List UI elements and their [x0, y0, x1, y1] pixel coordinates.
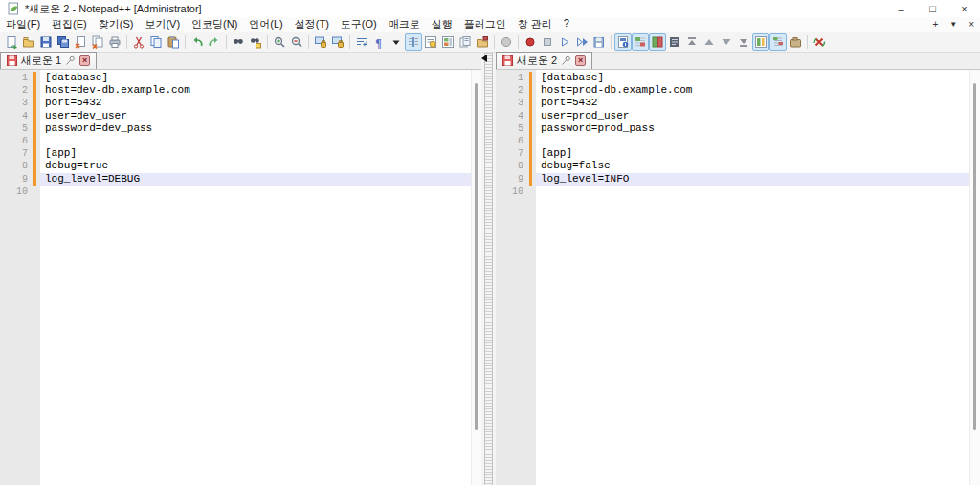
left-scrollbar-thumb[interactable]: [475, 83, 478, 430]
prev-diff-button[interactable]: [701, 33, 718, 51]
tab-list-button[interactable]: ▼: [949, 20, 957, 30]
menu-run[interactable]: 실행: [426, 17, 458, 32]
document-list-button[interactable]: [457, 33, 474, 51]
menu-search[interactable]: 찾기(S): [93, 17, 140, 32]
indent-guide-button[interactable]: [405, 33, 422, 51]
cut-button[interactable]: [130, 33, 147, 51]
tab-new-2[interactable]: 새로운 2 ×: [496, 52, 592, 69]
code-line[interactable]: debug=false: [536, 160, 969, 172]
sync-horizontal-scroll-button[interactable]: [329, 33, 346, 51]
right-scrollbar-thumb[interactable]: [973, 83, 976, 430]
code-line[interactable]: [536, 186, 969, 198]
close-button[interactable]: [72, 33, 89, 51]
tab-new-1[interactable]: 새로운 1 ×: [0, 52, 97, 69]
show-all-characters-button[interactable]: ¶: [370, 33, 388, 51]
code-line[interactable]: [40, 186, 471, 198]
pane-splitter[interactable]: [481, 53, 496, 485]
macro-run-multiple-button[interactable]: [573, 33, 590, 51]
close-document-button[interactable]: ×: [969, 20, 974, 30]
print-button[interactable]: [106, 33, 123, 51]
diff-details-button[interactable]: [666, 33, 683, 51]
code-line[interactable]: debug=true: [40, 160, 471, 172]
compare-settings-button[interactable]: [787, 33, 804, 51]
splitter-collapse-arrow-icon[interactable]: [481, 55, 487, 62]
show-symbol-dropdown-button[interactable]: [388, 33, 405, 51]
tab-close-button[interactable]: ×: [79, 55, 90, 66]
left-code-area[interactable]: [database]host=dev-db.example.comport=54…: [40, 70, 471, 485]
redo-button[interactable]: [206, 33, 223, 51]
macro-play-button[interactable]: [556, 33, 573, 51]
code-line[interactable]: [database]: [40, 72, 471, 84]
document-map-button[interactable]: [439, 33, 457, 51]
monitoring-button[interactable]: [498, 33, 515, 51]
splitter-grip[interactable]: [484, 53, 493, 485]
compare-selections-button[interactable]: [649, 33, 666, 51]
folder-as-workspace-button[interactable]: [474, 33, 491, 51]
menu-file[interactable]: 파일(F): [0, 17, 46, 32]
code-line[interactable]: [40, 135, 471, 147]
close-all-button[interactable]: [89, 33, 106, 51]
minimize-button[interactable]: –: [885, 0, 917, 17]
menu-tools[interactable]: 도구(O): [335, 17, 383, 32]
function-list-button[interactable]: [422, 33, 439, 51]
code-line[interactable]: [536, 135, 969, 147]
menu-macro[interactable]: 매크로: [383, 17, 426, 32]
maximize-button[interactable]: □: [917, 0, 948, 17]
code-line[interactable]: [app]: [536, 147, 969, 160]
copy-button[interactable]: [147, 33, 165, 51]
code-line[interactable]: port=5432: [536, 97, 969, 109]
paste-button[interactable]: [165, 33, 182, 51]
right-editor[interactable]: 12345678910 [database]host=prod-db.examp…: [496, 70, 980, 485]
replace-button[interactable]: [247, 33, 264, 51]
menu-window-menu[interactable]: 창 관리: [512, 17, 558, 32]
code-line[interactable]: [database]: [536, 72, 969, 84]
first-diff-button[interactable]: [683, 33, 701, 51]
menu-language[interactable]: 언어(L): [243, 17, 288, 32]
code-line-current[interactable]: log_level=INFO: [536, 173, 969, 186]
menu-settings[interactable]: 설정(T): [289, 17, 335, 32]
word-wrap-button[interactable]: [353, 33, 370, 51]
sync-vertical-scroll-button[interactable]: [312, 33, 329, 51]
find-button[interactable]: [230, 33, 247, 51]
open-button[interactable]: [20, 33, 37, 51]
code-line[interactable]: port=5432: [40, 97, 471, 109]
tab-close-button[interactable]: ×: [575, 55, 586, 66]
code-line[interactable]: host=dev-db.example.com: [40, 84, 471, 97]
code-line[interactable]: password=prod_pass: [536, 122, 969, 135]
next-diff-button[interactable]: [718, 33, 735, 51]
menu-encoding[interactable]: 인코딩(N): [186, 17, 243, 32]
macro-stop-button[interactable]: [539, 33, 556, 51]
menu-help[interactable]: ?: [558, 17, 575, 32]
macro-record-button[interactable]: [522, 33, 539, 51]
code-line-current[interactable]: log_level=DEBUG: [40, 173, 471, 186]
close-button[interactable]: ×: [948, 0, 980, 17]
code-line[interactable]: user=dev_user: [40, 110, 471, 122]
clear-compare-button[interactable]: [811, 33, 828, 51]
save-button[interactable]: [37, 33, 55, 51]
menu-edit[interactable]: 편집(E): [46, 17, 93, 32]
pin-icon[interactable]: [561, 55, 571, 66]
code-line[interactable]: [app]: [40, 147, 471, 160]
menu-view[interactable]: 보기(V): [139, 17, 186, 32]
code-line[interactable]: host=prod-db.example.com: [536, 84, 969, 97]
right-vertical-scrollbar[interactable]: [969, 70, 980, 485]
last-diff-button[interactable]: [735, 33, 752, 51]
compare-button[interactable]: [614, 33, 632, 51]
right-code-area[interactable]: [database]host=prod-db.example.comport=5…: [536, 70, 969, 485]
pin-icon[interactable]: [65, 55, 76, 66]
menu-plugins[interactable]: 플러그인: [458, 17, 512, 32]
zoom-in-button[interactable]: [271, 33, 288, 51]
zoom-out-button[interactable]: [288, 33, 305, 51]
left-vertical-scrollbar[interactable]: [471, 70, 481, 485]
code-line[interactable]: user=prod_user: [536, 110, 969, 122]
code-line[interactable]: password=dev_pass: [40, 122, 471, 135]
compare-to-last-button[interactable]: [632, 33, 649, 51]
compare-show-diffs-button[interactable]: [769, 33, 787, 51]
undo-button[interactable]: [189, 33, 206, 51]
new-file-button[interactable]: [3, 33, 20, 51]
macro-save-button[interactable]: [590, 33, 608, 51]
save-all-button[interactable]: [55, 33, 72, 51]
compare-nav-bar-button[interactable]: [752, 33, 769, 51]
new-tab-button[interactable]: +: [932, 20, 938, 30]
left-editor[interactable]: 12345678910 [database]host=dev-db.exampl…: [0, 70, 481, 485]
